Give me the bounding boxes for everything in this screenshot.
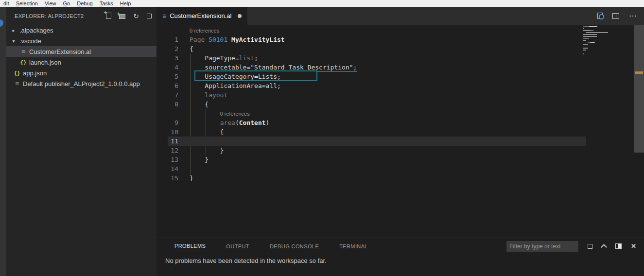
tree-item-label: app.json bbox=[23, 69, 47, 77]
line-number[interactable]: 2 bbox=[157, 44, 178, 53]
codelens-row: 0 references bbox=[157, 26, 644, 35]
problems-filter-input[interactable] bbox=[506, 241, 578, 252]
code-text: area(Content) bbox=[178, 118, 269, 127]
code-line-1[interactable]: 1Page 50101 MyActivityList bbox=[157, 35, 644, 44]
line-number[interactable]: 15 bbox=[157, 173, 178, 183]
dirty-indicator-icon bbox=[238, 14, 242, 18]
panel-header: PROBLEMSOUTPUTDEBUG CONSOLETERMINAL ✕ bbox=[157, 238, 644, 254]
code-line-2[interactable]: 2{ bbox=[157, 44, 644, 53]
highlight-box bbox=[194, 70, 317, 81]
line-number[interactable]: 4 bbox=[157, 63, 178, 72]
bottom-panel: PROBLEMSOUTPUTDEBUG CONSOLETERMINAL ✕ No… bbox=[157, 238, 644, 276]
menu-item-debug[interactable]: Debug bbox=[73, 0, 96, 7]
new-folder-icon[interactable] bbox=[119, 14, 125, 19]
code-line-11[interactable]: 11 bbox=[157, 137, 644, 146]
code-line-9[interactable]: 9 area(Content) bbox=[157, 118, 644, 127]
line-number[interactable]: 10 bbox=[157, 127, 178, 137]
line-number[interactable]: 13 bbox=[157, 155, 178, 164]
tree-item-app-json[interactable]: {}app.json bbox=[6, 68, 157, 78]
code-line-6[interactable]: 6 ApplicationArea=all; bbox=[157, 81, 644, 90]
code-text: { bbox=[178, 100, 209, 109]
code-text bbox=[178, 137, 190, 146]
codelens-references[interactable]: 0 references bbox=[190, 26, 219, 35]
code-text: } bbox=[178, 146, 224, 155]
panel-tab-output[interactable]: OUTPUT bbox=[226, 242, 250, 251]
code-line-15[interactable]: 15} bbox=[157, 173, 644, 183]
json-file-icon: {} bbox=[13, 70, 21, 76]
tree-item--vscode[interactable]: ▾.vscode bbox=[6, 35, 157, 46]
line-number[interactable]: 5 bbox=[157, 72, 178, 81]
code-line-14[interactable]: 14 bbox=[157, 164, 644, 173]
explorer-toolbar: ↻ bbox=[106, 13, 152, 19]
explorer-title: EXPLORER: ALPROJECT2 bbox=[15, 13, 84, 19]
line-number[interactable]: 3 bbox=[157, 53, 178, 63]
tab-label: CustomerExtension.al bbox=[170, 12, 231, 19]
refresh-icon[interactable]: ↻ bbox=[133, 13, 139, 19]
editor-scrollbar bbox=[634, 25, 644, 238]
tree-item-launch-json[interactable]: {}launch.json bbox=[6, 57, 157, 68]
line-number[interactable]: 14 bbox=[157, 164, 178, 173]
more-actions-icon[interactable]: ⋯ bbox=[629, 14, 637, 18]
panel-tab-problems[interactable]: PROBLEMS bbox=[174, 241, 206, 251]
code-editor[interactable]: 0 references1Page 50101 MyActivityList2{… bbox=[157, 25, 644, 238]
codelens-references[interactable]: 0 references bbox=[220, 109, 250, 119]
menu-item-tasks[interactable]: Tasks bbox=[96, 0, 117, 7]
file-tree: ▸.alpackages▾.vscode≡CustomerExtension.a… bbox=[6, 25, 157, 89]
code-line-12[interactable]: 12 } bbox=[157, 146, 644, 155]
scrollbar-slider[interactable] bbox=[634, 25, 644, 153]
tree-item--alpackages[interactable]: ▸.alpackages bbox=[6, 25, 157, 35]
editor-tab-bar: ≡ CustomerExtension.al ⋯ bbox=[157, 7, 644, 25]
code-text: ApplicationArea=all; bbox=[178, 81, 281, 90]
code-text bbox=[178, 164, 190, 173]
problems-message: No problems have been detected in the wo… bbox=[157, 254, 644, 264]
line-number[interactable]: 6 bbox=[157, 81, 178, 90]
json-file-icon: {} bbox=[19, 59, 27, 66]
tree-item-default-publisher-alproject2-1-0-0-0-app[interactable]: ≡Default publisher_ALProject2_1.0.0.0.ap… bbox=[6, 78, 157, 89]
tab-customerextension-al[interactable]: ≡ CustomerExtension.al bbox=[157, 7, 247, 25]
code-text: } bbox=[178, 173, 193, 183]
tree-item-customerextension-al[interactable]: ≡CustomerExtension.al bbox=[6, 46, 157, 57]
code-line-10[interactable]: 10 { bbox=[157, 127, 644, 137]
code-text: PageType=list; bbox=[178, 53, 258, 63]
split-editor-icon[interactable] bbox=[612, 13, 619, 19]
menu-item-view[interactable]: View bbox=[41, 0, 60, 7]
code-lines: 0 references1Page 50101 MyActivityList2{… bbox=[157, 25, 644, 183]
code-text: { bbox=[178, 127, 224, 137]
new-file-icon[interactable] bbox=[106, 13, 111, 19]
activity-badge-icon bbox=[0, 19, 3, 27]
menu-bar: ditSelectionViewGoDebugTasksHelp bbox=[0, 0, 644, 7]
al-file-icon: ≡ bbox=[162, 12, 166, 20]
explorer-sidebar: EXPLORER: ALPROJECT2 ↻ ▸.alpackages▾.vsc… bbox=[6, 7, 157, 276]
line-number[interactable]: 11 bbox=[157, 137, 178, 146]
line-number[interactable]: 1 bbox=[157, 35, 178, 44]
chevron-down-icon: ▾ bbox=[10, 38, 17, 44]
panel-tabs: PROBLEMSOUTPUTDEBUG CONSOLETERMINAL bbox=[174, 241, 388, 251]
al-file-icon: ≡ bbox=[13, 80, 21, 87]
open-preview-icon[interactable] bbox=[597, 13, 603, 19]
panel-tab-debug-console[interactable]: DEBUG CONSOLE bbox=[269, 242, 319, 251]
code-line-3[interactable]: 3 PageType=list; bbox=[157, 53, 644, 63]
line-number[interactable]: 8 bbox=[157, 100, 178, 109]
clear-filter-icon[interactable] bbox=[588, 244, 592, 249]
menu-item-go[interactable]: Go bbox=[60, 0, 74, 7]
current-line-highlight bbox=[168, 137, 586, 146]
code-line-13[interactable]: 13 } bbox=[157, 155, 644, 164]
code-line-8[interactable]: 8 { bbox=[157, 100, 644, 109]
close-panel-icon[interactable]: ✕ bbox=[631, 242, 636, 250]
line-number[interactable]: 12 bbox=[157, 146, 178, 155]
activity-bar[interactable] bbox=[0, 7, 6, 276]
collapse-all-icon[interactable] bbox=[147, 14, 152, 18]
restore-layout-icon[interactable] bbox=[615, 243, 622, 249]
editor-actions: ⋯ bbox=[597, 7, 644, 25]
menu-item-help[interactable]: Help bbox=[117, 0, 135, 7]
code-line-7[interactable]: 7 layout bbox=[157, 90, 644, 100]
line-number[interactable]: 7 bbox=[157, 90, 178, 100]
panel-toolbar: ✕ bbox=[506, 241, 644, 252]
menu-item-dit[interactable]: dit bbox=[0, 0, 13, 7]
line-number[interactable]: 9 bbox=[157, 118, 178, 127]
menu-item-selection[interactable]: Selection bbox=[13, 0, 41, 7]
panel-tab-terminal[interactable]: TERMINAL bbox=[339, 242, 368, 251]
maximize-panel-icon[interactable] bbox=[601, 244, 607, 250]
explorer-header: EXPLORER: ALPROJECT2 ↻ bbox=[6, 7, 157, 25]
code-text: } bbox=[178, 155, 209, 164]
